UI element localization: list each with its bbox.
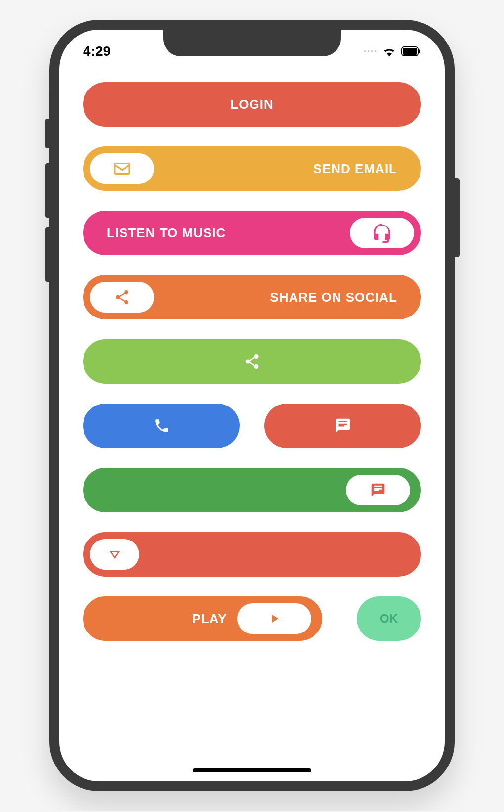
login-button[interactable]: LOGIN [83, 82, 421, 127]
send-email-button[interactable]: SEND EMAIL [83, 146, 421, 191]
svg-rect-1 [403, 48, 417, 55]
ok-button[interactable]: OK [357, 596, 421, 641]
svg-rect-2 [419, 49, 420, 53]
chat-button[interactable] [264, 404, 421, 448]
mail-icon [113, 161, 131, 176]
icon-pill [90, 539, 139, 570]
battery-icon [401, 46, 421, 56]
status-indicators: ···· [364, 46, 421, 57]
share-icon [114, 289, 130, 306]
play-button[interactable]: PLAY [83, 596, 322, 641]
headset-icon [372, 223, 392, 243]
status-time: 4:29 [83, 44, 111, 59]
home-indicator [193, 768, 311, 772]
icon-pill [350, 218, 414, 248]
share-social-button[interactable]: SHARE ON SOCIAL [83, 275, 421, 319]
chat-pill-button[interactable] [83, 468, 421, 512]
icon-pill [90, 153, 154, 184]
button-row: PLAY OK [83, 596, 421, 641]
chat-icon [335, 417, 351, 434]
button-row [83, 404, 421, 448]
notch [163, 30, 341, 56]
chat-icon [370, 482, 386, 498]
play-icon [267, 612, 281, 626]
phone-frame: 4:29 ···· LOGIN S [49, 20, 455, 791]
button-label: PLAY [192, 611, 227, 627]
side-button [455, 178, 460, 257]
phone-screen: 4:29 ···· LOGIN S [59, 30, 445, 781]
triangle-down-icon [108, 547, 122, 561]
button-label: SEND EMAIL [313, 161, 397, 177]
button-label: OK [380, 612, 398, 626]
cellular-dots-icon: ···· [364, 46, 378, 57]
call-button[interactable] [83, 404, 240, 448]
icon-pill [90, 282, 154, 313]
share-button[interactable] [83, 339, 421, 384]
button-label: LOGIN [230, 97, 273, 112]
wifi-icon [382, 46, 396, 57]
icon-pill [237, 603, 311, 634]
button-label: LISTEN TO MUSIC [107, 226, 226, 241]
icon-pill [346, 475, 410, 505]
button-showcase: LOGIN SEND EMAIL LISTEN TO MUSIC [59, 67, 445, 671]
phone-icon [153, 417, 170, 434]
details-button[interactable] [83, 532, 421, 577]
button-label: SHARE ON SOCIAL [270, 290, 397, 305]
listen-music-button[interactable]: LISTEN TO MUSIC [83, 211, 421, 255]
share-icon [243, 353, 261, 370]
